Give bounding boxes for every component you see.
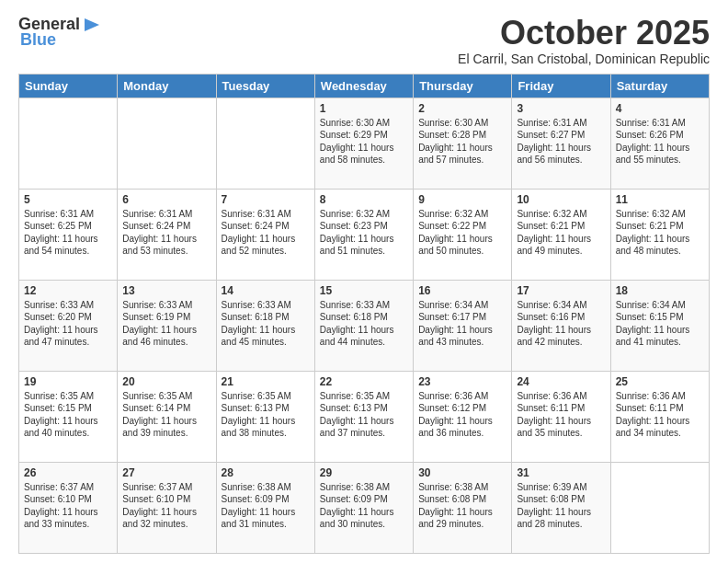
day-info: Sunrise: 6:36 AM Sunset: 6:11 PM Dayligh…: [517, 390, 605, 440]
day-number: 1: [320, 102, 408, 115]
calendar-table: SundayMondayTuesdayWednesdayThursdayFrid…: [18, 74, 710, 554]
day-number: 4: [616, 102, 704, 115]
day-number: 21: [222, 375, 310, 388]
day-number: 6: [122, 193, 210, 206]
title-block: October 2025 El Carril, San Cristobal, D…: [458, 15, 710, 66]
day-info: Sunrise: 6:34 AM Sunset: 6:17 PM Dayligh…: [418, 299, 506, 349]
calendar-day-cell: 20Sunrise: 6:35 AM Sunset: 6:14 PM Dayli…: [118, 371, 216, 462]
day-info: Sunrise: 6:38 AM Sunset: 6:09 PM Dayligh…: [222, 481, 310, 531]
calendar-day-cell: [216, 98, 314, 189]
day-number: 16: [418, 284, 506, 297]
month-title: October 2025: [458, 15, 710, 52]
calendar-day-cell: [19, 98, 118, 189]
day-info: Sunrise: 6:32 AM Sunset: 6:23 PM Dayligh…: [320, 208, 408, 258]
calendar-day-cell: 17Sunrise: 6:34 AM Sunset: 6:16 PM Dayli…: [512, 280, 610, 371]
day-number: 20: [122, 375, 210, 388]
day-number: 29: [320, 466, 408, 479]
calendar-day-cell: [610, 462, 709, 553]
calendar-day-cell: 18Sunrise: 6:34 AM Sunset: 6:15 PM Dayli…: [610, 280, 709, 371]
day-info: Sunrise: 6:34 AM Sunset: 6:16 PM Dayligh…: [517, 299, 605, 349]
calendar-day-cell: 9Sunrise: 6:32 AM Sunset: 6:22 PM Daylig…: [414, 189, 512, 280]
day-info: Sunrise: 6:33 AM Sunset: 6:18 PM Dayligh…: [320, 299, 408, 349]
day-number: 26: [24, 466, 112, 479]
day-info: Sunrise: 6:33 AM Sunset: 6:18 PM Dayligh…: [222, 299, 310, 349]
day-number: 2: [418, 102, 506, 115]
day-info: Sunrise: 6:36 AM Sunset: 6:12 PM Dayligh…: [418, 390, 506, 440]
day-info: Sunrise: 6:31 AM Sunset: 6:24 PM Dayligh…: [222, 208, 310, 258]
calendar-day-cell: 22Sunrise: 6:35 AM Sunset: 6:13 PM Dayli…: [314, 371, 413, 462]
day-number: 18: [616, 284, 704, 297]
calendar-day-cell: 1Sunrise: 6:30 AM Sunset: 6:29 PM Daylig…: [314, 98, 413, 189]
day-info: Sunrise: 6:32 AM Sunset: 6:22 PM Dayligh…: [418, 208, 506, 258]
calendar-day-cell: 11Sunrise: 6:32 AM Sunset: 6:21 PM Dayli…: [610, 189, 709, 280]
day-info: Sunrise: 6:30 AM Sunset: 6:29 PM Dayligh…: [320, 117, 408, 167]
calendar-day-cell: 14Sunrise: 6:33 AM Sunset: 6:18 PM Dayli…: [216, 280, 314, 371]
calendar-header-row: SundayMondayTuesdayWednesdayThursdayFrid…: [19, 74, 710, 98]
day-info: Sunrise: 6:38 AM Sunset: 6:08 PM Dayligh…: [418, 481, 506, 531]
calendar-day-cell: 6Sunrise: 6:31 AM Sunset: 6:24 PM Daylig…: [118, 189, 216, 280]
day-info: Sunrise: 6:38 AM Sunset: 6:09 PM Dayligh…: [320, 481, 408, 531]
day-number: 12: [24, 284, 112, 297]
calendar-day-cell: 5Sunrise: 6:31 AM Sunset: 6:25 PM Daylig…: [19, 189, 118, 280]
day-info: Sunrise: 6:33 AM Sunset: 6:20 PM Dayligh…: [24, 299, 112, 349]
calendar-day-cell: 4Sunrise: 6:31 AM Sunset: 6:26 PM Daylig…: [610, 98, 709, 189]
calendar-day-cell: 13Sunrise: 6:33 AM Sunset: 6:19 PM Dayli…: [118, 280, 216, 371]
day-number: 9: [418, 193, 506, 206]
day-info: Sunrise: 6:34 AM Sunset: 6:15 PM Dayligh…: [616, 299, 704, 349]
day-info: Sunrise: 6:31 AM Sunset: 6:26 PM Dayligh…: [616, 117, 704, 167]
day-info: Sunrise: 6:35 AM Sunset: 6:13 PM Dayligh…: [320, 390, 408, 440]
day-info: Sunrise: 6:31 AM Sunset: 6:24 PM Dayligh…: [122, 208, 210, 258]
day-number: 30: [418, 466, 506, 479]
day-number: 7: [222, 193, 310, 206]
day-info: Sunrise: 6:31 AM Sunset: 6:27 PM Dayligh…: [517, 117, 605, 167]
calendar-day-cell: 31Sunrise: 6:39 AM Sunset: 6:08 PM Dayli…: [512, 462, 610, 553]
day-number: 11: [616, 193, 704, 206]
calendar-day-cell: 16Sunrise: 6:34 AM Sunset: 6:17 PM Dayli…: [414, 280, 512, 371]
day-number: 14: [222, 284, 310, 297]
day-info: Sunrise: 6:36 AM Sunset: 6:11 PM Dayligh…: [616, 390, 704, 440]
calendar-day-cell: 24Sunrise: 6:36 AM Sunset: 6:11 PM Dayli…: [512, 371, 610, 462]
day-info: Sunrise: 6:37 AM Sunset: 6:10 PM Dayligh…: [122, 481, 210, 531]
calendar-day-cell: 2Sunrise: 6:30 AM Sunset: 6:28 PM Daylig…: [414, 98, 512, 189]
day-number: 3: [517, 102, 605, 115]
calendar-day-cell: 30Sunrise: 6:38 AM Sunset: 6:08 PM Dayli…: [414, 462, 512, 553]
logo: General Blue: [18, 15, 101, 50]
day-number: 24: [517, 375, 605, 388]
calendar-day-cell: 8Sunrise: 6:32 AM Sunset: 6:23 PM Daylig…: [314, 189, 413, 280]
calendar-week-row: 1Sunrise: 6:30 AM Sunset: 6:29 PM Daylig…: [19, 98, 710, 189]
calendar-day-cell: 3Sunrise: 6:31 AM Sunset: 6:27 PM Daylig…: [512, 98, 610, 189]
calendar-day-header: Tuesday: [216, 74, 314, 98]
day-number: 31: [517, 466, 605, 479]
day-number: 5: [24, 193, 112, 206]
calendar-day-header: Friday: [512, 74, 610, 98]
day-number: 13: [122, 284, 210, 297]
day-number: 23: [418, 375, 506, 388]
logo-blue-text: Blue: [20, 30, 56, 50]
calendar-day-cell: 25Sunrise: 6:36 AM Sunset: 6:11 PM Dayli…: [610, 371, 709, 462]
calendar-week-row: 26Sunrise: 6:37 AM Sunset: 6:10 PM Dayli…: [19, 462, 710, 553]
calendar-day-header: Saturday: [610, 74, 709, 98]
day-info: Sunrise: 6:32 AM Sunset: 6:21 PM Dayligh…: [616, 208, 704, 258]
day-number: 15: [320, 284, 408, 297]
day-number: 25: [616, 375, 704, 388]
calendar-day-header: Thursday: [414, 74, 512, 98]
calendar-day-cell: 15Sunrise: 6:33 AM Sunset: 6:18 PM Dayli…: [314, 280, 413, 371]
day-info: Sunrise: 6:35 AM Sunset: 6:14 PM Dayligh…: [122, 390, 210, 440]
location-title: El Carril, San Cristobal, Dominican Repu…: [458, 52, 710, 66]
day-number: 8: [320, 193, 408, 206]
day-info: Sunrise: 6:35 AM Sunset: 6:15 PM Dayligh…: [24, 390, 112, 440]
day-info: Sunrise: 6:32 AM Sunset: 6:21 PM Dayligh…: [517, 208, 605, 258]
calendar-day-cell: 10Sunrise: 6:32 AM Sunset: 6:21 PM Dayli…: [512, 189, 610, 280]
calendar-week-row: 19Sunrise: 6:35 AM Sunset: 6:15 PM Dayli…: [19, 371, 710, 462]
calendar-day-cell: 7Sunrise: 6:31 AM Sunset: 6:24 PM Daylig…: [216, 189, 314, 280]
logo-flag-icon: [83, 17, 101, 32]
page: General Blue October 2025 El Carril, San…: [0, 0, 728, 563]
calendar-week-row: 5Sunrise: 6:31 AM Sunset: 6:25 PM Daylig…: [19, 189, 710, 280]
calendar-week-row: 12Sunrise: 6:33 AM Sunset: 6:20 PM Dayli…: [19, 280, 710, 371]
calendar-day-cell: 28Sunrise: 6:38 AM Sunset: 6:09 PM Dayli…: [216, 462, 314, 553]
calendar-day-cell: 19Sunrise: 6:35 AM Sunset: 6:15 PM Dayli…: [19, 371, 118, 462]
calendar-day-cell: [118, 98, 216, 189]
day-number: 28: [222, 466, 310, 479]
day-number: 27: [122, 466, 210, 479]
day-number: 17: [517, 284, 605, 297]
